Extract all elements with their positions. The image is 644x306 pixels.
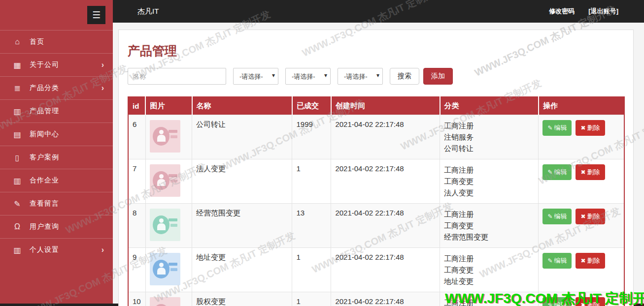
filter-select-2: -请选择- ▾ [285,68,331,85]
cell-name: 公司转让 [192,115,292,159]
logout-link[interactable]: [退出账号] [588,7,618,16]
cell-created: 2021-04-02 22:17:48 [331,204,440,248]
edit-icon: ✎ [547,213,552,220]
cell-deals: 1 [292,248,331,292]
sidebar-item-product-management[interactable]: ▥ 产品管理 [0,99,113,122]
delete-button[interactable]: ✖删除 [576,297,605,306]
sidebar-item-home[interactable]: ⌂ 首页 [0,30,113,53]
sidebar-item-label: 个人设置 [30,245,102,254]
header-created: 创建时间 [331,97,440,115]
cell-actions: ✎编辑✖删除 [539,292,624,306]
cell-actions: ✎编辑✖删除 [539,115,624,159]
cell-name: 股权变更 [192,292,292,306]
cell-categories: 工商注册 工商变更 经营范围变更 [440,204,539,248]
category-select-3[interactable]: -请选择- [338,68,383,85]
chevron-right-icon: › [102,245,104,254]
delete-icon: ✖ [580,257,585,264]
header-id: id [128,97,145,115]
delete-button[interactable]: ✖删除 [576,164,605,180]
edit-icon: ✎ [547,302,552,306]
header-category: 分类 [440,97,539,115]
edit-icon: ✎ [547,257,552,264]
cell-id: 7 [128,159,145,204]
product-thumbnail [150,164,180,197]
brand-title: 杰凡IT [137,7,159,16]
delete-icon: ✖ [580,213,585,220]
pencil-icon: ✎ [12,199,23,209]
sidebar-item-news-center[interactable]: ▤ 新闻中心 [0,122,113,146]
document-icon: ▤ [12,130,23,139]
cell-created: 2021-04-02 22:17:48 [331,159,440,204]
bar-chart-icon: ▥ [12,107,23,116]
cell-created: 2021-04-02 22:17:48 [331,115,440,159]
delete-icon: ✖ [580,302,585,306]
page-title: 产品管理 [128,43,624,59]
cell-created: 2021-04-02 22:17:48 [331,292,440,306]
category-select-1[interactable]: -请选择- [233,68,278,85]
cell-image [145,292,192,306]
edit-button[interactable]: ✎编辑 [542,120,572,136]
product-thumbnail [150,120,180,153]
cell-image [145,204,192,248]
delete-icon: ✖ [580,169,585,176]
filter-bar: -请选择- ▾ -请选择- ▾ -请选择- ▾ 搜索 添加 [128,68,624,85]
cell-categories: 工商注册 注销服务 公司转让 [440,115,539,159]
add-button[interactable]: 添加 [423,68,453,85]
name-search-input[interactable] [128,68,226,85]
sidebar-item-label: 合作企业 [30,176,104,185]
product-thumbnail [150,253,180,285]
filter-select-3: -请选择- ▾ [338,68,383,85]
cell-image [145,248,192,292]
change-password-link[interactable]: 修改密码 [549,7,575,16]
cell-deals: 13 [292,204,331,248]
cell-actions: ✎编辑✖删除 [539,204,624,248]
product-thumbnail [150,209,180,241]
search-button[interactable]: 搜索 [390,68,419,85]
delete-button[interactable]: ✖删除 [576,209,605,224]
sidebar-item-about-company[interactable]: ▦ 关于公司 › [0,53,113,76]
table-row: 8 经营范围变更 13 2021-04-02 22:17:48 工商注册 [128,204,624,248]
content-card: 产品管理 -请选择- ▾ -请选择- ▾ -请选择- ▾ 搜索 [118,30,634,306]
category-select-2[interactable]: -请选择- [285,68,331,85]
cell-id: 10 [128,292,145,306]
edit-icon: ✎ [547,124,552,131]
cell-image [145,159,192,204]
header-image: 图片 [145,97,192,115]
tablet-icon: ▯ [12,153,23,162]
cell-categories: 工商注册 工商变更 法人变更 [440,159,539,204]
home-icon: ⌂ [12,37,23,46]
table-row: 9 地址变更 1 2021-04-02 22:17:48 工商注册 [128,248,624,292]
topbar-right: 修改密码 [退出账号] [549,7,618,16]
sidebar-item-product-categories[interactable]: ≣ 产品分类 › [0,76,113,99]
table-header-row: id 图片 名称 已成交 创建时间 分类 操作 [128,97,624,115]
bar-chart-icon: ▥ [12,245,23,255]
sidebar-item-personal-settings[interactable]: ▥ 个人设置 › [0,238,113,261]
main-area: 产品管理 -请选择- ▾ -请选择- ▾ -请选择- ▾ 搜索 [113,23,644,304]
sidebar-item-user-query[interactable]: Ω 用户查询 [0,215,113,238]
delete-button[interactable]: ✖删除 [576,253,605,269]
bar-chart-icon: ▥ [12,176,23,185]
cell-deals: 1 [292,159,331,204]
sidebar-item-label: 查看留言 [30,199,104,208]
hamburger-menu-icon[interactable]: ☰ [87,6,105,24]
cell-id: 6 [128,115,145,159]
delete-icon: ✖ [580,124,585,131]
edit-button[interactable]: ✎编辑 [542,253,572,269]
edit-icon: ✎ [547,169,552,176]
sidebar: ☰ ⌂ 首页 ▦ 关于公司 › ≣ 产品分类 › ▥ 产品管理 ▤ 新闻中心 ▯… [0,0,113,304]
header-actions: 操作 [539,97,624,115]
cell-created: 2021-04-02 22:17:48 [331,248,440,292]
table-row: 10 股权变更 1 2021-04-02 22:17:48 工商注册 [128,292,624,306]
delete-button[interactable]: ✖删除 [576,120,605,136]
sidebar-item-view-messages[interactable]: ✎ 查看留言 [0,192,113,215]
edit-button[interactable]: ✎编辑 [542,209,572,224]
sidebar-item-customer-cases[interactable]: ▯ 客户案例 [0,146,113,169]
sidebar-item-partner-companies[interactable]: ▥ 合作企业 [0,169,113,192]
chevron-right-icon: › [102,84,104,92]
filter-select-1: -请选择- ▾ [233,68,278,85]
sidebar-item-label: 产品管理 [30,107,104,116]
header-name: 名称 [192,97,292,115]
edit-button[interactable]: ✎编辑 [542,164,572,180]
edit-button[interactable]: ✎编辑 [542,297,572,306]
cell-deals: 1 [292,292,331,306]
